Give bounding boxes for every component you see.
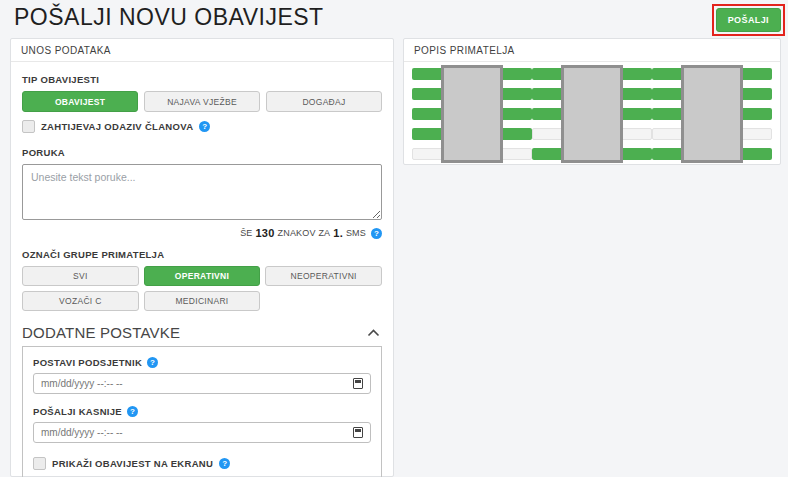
info-icon[interactable] <box>147 357 158 368</box>
info-icon[interactable] <box>219 458 230 469</box>
type-button-obavijest[interactable]: OBAVIJEST <box>22 91 138 112</box>
info-icon[interactable] <box>371 228 382 239</box>
calendar-icon[interactable] <box>353 427 363 438</box>
send-later-datetime-input[interactable]: mm/dd/yyyy --:-- -- <box>33 422 371 443</box>
annotation-highlight-box: POŠALJI <box>712 4 785 36</box>
vehicle-groups <box>404 62 780 169</box>
vehicle-group <box>532 68 652 161</box>
counter-suffix: SMS <box>346 228 366 238</box>
counter-remaining: 130 <box>256 227 275 239</box>
reminder-label: POSTAVI PODSJETNIK <box>33 357 142 368</box>
recipients-panel: POPIS PRIMATELJA <box>403 38 781 165</box>
calendar-icon[interactable] <box>353 378 363 389</box>
show-on-screen-checkbox[interactable] <box>33 457 46 470</box>
counter-sms-number: 1. <box>333 227 343 239</box>
page-title: POŠALJI NOVU OBAVIJEST <box>14 4 324 31</box>
vehicle-group <box>412 68 532 161</box>
vehicle-icon <box>561 65 623 163</box>
additional-settings-box: POSTAVI PODSJETNIK mm/dd/yyyy --:-- -- P… <box>22 346 382 485</box>
group-button-medicinari[interactable]: MEDICINARI <box>144 291 261 311</box>
page: POŠALJI NOVU OBAVIJEST POŠALJI UNOS PODA… <box>0 0 788 485</box>
send-later-label: POŠALJI KASNIJE <box>33 406 122 417</box>
vehicle-icon <box>441 65 503 163</box>
group-button-vozaci-c[interactable]: VOZAČI C <box>22 291 139 311</box>
group-button-neoperativni[interactable]: NEOPERATIVNI <box>265 266 382 286</box>
require-response-row[interactable]: ZAHTIJEVAJ ODAZIV ČLANOVA <box>22 120 382 133</box>
show-on-screen-label: PRIKAŽI OBAVIJEST NA EKRANU <box>52 458 213 469</box>
reminder-datetime-value: mm/dd/yyyy --:-- -- <box>41 378 353 389</box>
vehicle-group <box>652 68 772 161</box>
notification-type-buttons: OBAVIJEST NAJAVA VJEŽBE DOGAĐAJ <box>22 91 382 112</box>
group-button-svi[interactable]: SVI <box>22 266 139 286</box>
send-button[interactable]: POŠALJI <box>716 8 781 32</box>
data-entry-panel-body: TIP OBAVIJESTI OBAVIJEST NAJAVA VJEŽBE D… <box>11 62 393 485</box>
type-button-najava-vjezbe[interactable]: NAJAVA VJEŽBE <box>144 91 260 112</box>
info-icon[interactable] <box>199 121 210 132</box>
counter-prefix: ŠE <box>240 228 252 238</box>
bottom-strip <box>0 477 788 485</box>
additional-settings-title: DODATNE POSTAVKE <box>22 324 180 341</box>
send-later-datetime-value: mm/dd/yyyy --:-- -- <box>41 427 353 438</box>
vehicle-icon <box>681 65 743 163</box>
recipient-group-buttons: SVI OPERATIVNI NEOPERATIVNI VOZAČI C MED… <box>22 266 382 311</box>
type-button-dogadaj[interactable]: DOGAĐAJ <box>266 91 382 112</box>
counter-middle: ZNAKOV ZA <box>278 228 331 238</box>
recipient-groups-label: OZNAČI GRUPE PRIMATELJA <box>22 249 382 260</box>
group-button-operativni[interactable]: OPERATIVNI <box>144 266 261 286</box>
data-entry-panel: UNOS PODATAKA TIP OBAVIJESTI OBAVIJEST N… <box>10 38 394 477</box>
recipients-panel-title: POPIS PRIMATELJA <box>404 39 780 62</box>
show-on-screen-row[interactable]: PRIKAŽI OBAVIJEST NA EKRANU <box>33 457 371 470</box>
message-label: PORUKA <box>22 147 382 158</box>
chevron-up-icon[interactable] <box>365 327 382 339</box>
sms-character-counter: ŠE 130 ZNAKOV ZA 1. SMS <box>22 227 382 239</box>
require-response-checkbox[interactable] <box>22 120 35 133</box>
send-later-label-row: POŠALJI KASNIJE <box>33 406 371 417</box>
additional-settings-header[interactable]: DODATNE POSTAVKE <box>22 324 382 341</box>
info-icon[interactable] <box>127 406 138 417</box>
reminder-datetime-input[interactable]: mm/dd/yyyy --:-- -- <box>33 373 371 394</box>
message-textarea[interactable] <box>22 164 382 220</box>
data-entry-panel-title: UNOS PODATAKA <box>11 39 393 62</box>
notification-type-label: TIP OBAVIJESTI <box>22 74 382 85</box>
reminder-label-row: POSTAVI PODSJETNIK <box>33 357 371 368</box>
require-response-label: ZAHTIJEVAJ ODAZIV ČLANOVA <box>41 121 193 132</box>
